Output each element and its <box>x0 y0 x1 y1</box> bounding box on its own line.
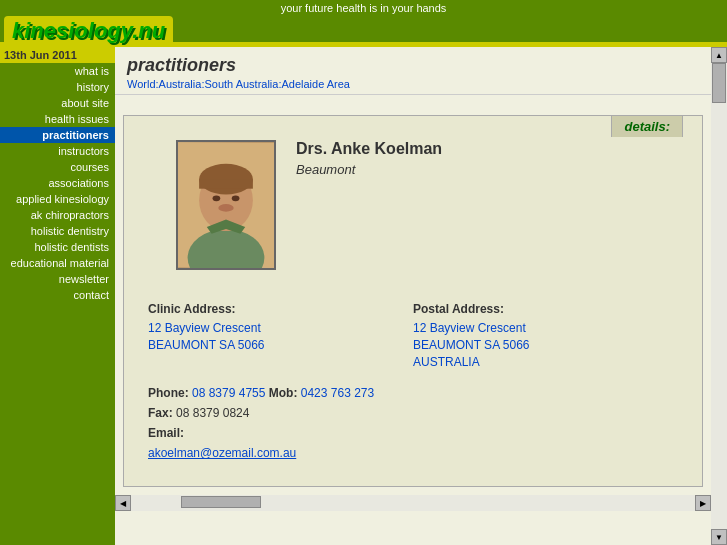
practitioner-section: Drs. Anke Koelman Beaumont <box>136 132 690 278</box>
sidebar-item-healthissues[interactable]: health issues <box>0 111 115 127</box>
sidebar-item-history[interactable]: history <box>0 79 115 95</box>
sidebar-item-whatis[interactable]: what is <box>0 63 115 79</box>
contact-section: Phone: 08 8379 4755 Mob: 0423 763 273 Fa… <box>136 378 690 474</box>
fax-number: 08 8379 0824 <box>176 406 249 420</box>
scroll-track <box>131 495 695 511</box>
phone-number: 08 8379 4755 <box>192 386 265 400</box>
phone-line: Phone: 08 8379 4755 Mob: 0423 763 273 <box>148 386 678 400</box>
practitioner-photo <box>176 140 276 270</box>
svg-rect-6 <box>199 179 253 189</box>
scroll-thumb-vertical[interactable] <box>712 63 726 103</box>
sidebar-item-holisticdentistry[interactable]: holistic dentistry <box>0 223 115 239</box>
page-title-section: practitioners World:Australia:South Aust… <box>115 47 711 95</box>
address-section: Clinic Address: 12 Bayview Crescent BEAU… <box>136 294 690 378</box>
horizontal-scrollbar: ◀ ▶ <box>115 495 711 511</box>
sidebar-item-practitioners[interactable]: practitioners <box>0 127 115 143</box>
sidebar-item-instructors[interactable]: instructors <box>0 143 115 159</box>
vertical-scrollbar: ▲ ▼ <box>711 47 727 545</box>
scroll-right-button[interactable]: ▶ <box>695 495 711 511</box>
email-label: Email: <box>148 426 184 440</box>
sidebar-item-contact[interactable]: contact <box>0 287 115 303</box>
postal-address-line2: BEAUMONT SA 5066 <box>413 337 678 354</box>
clinic-address-block: Clinic Address: 12 Bayview Crescent BEAU… <box>148 302 413 370</box>
email-address[interactable]: akoelman@ozemail.com.au <box>148 446 296 460</box>
practitioner-location: Beaumont <box>296 162 442 177</box>
practitioner-info: Drs. Anke Koelman Beaumont <box>296 140 442 177</box>
details-box: Drs. Anke Koelman Beaumont Clinic Addres… <box>123 115 703 487</box>
clinic-address-label: Clinic Address: <box>148 302 413 316</box>
details-container: details: <box>123 115 703 487</box>
tagline: your future health is in your hands <box>0 2 727 16</box>
postal-address-label: Postal Address: <box>413 302 678 316</box>
sidebar-item-educationalmaterial[interactable]: educational material <box>0 255 115 271</box>
fax-line: Fax: 08 8379 0824 <box>148 406 678 420</box>
clinic-address-line1: 12 Bayview Crescent <box>148 320 413 337</box>
email-address-line: akoelman@ozemail.com.au <box>148 446 678 460</box>
scroll-down-button[interactable]: ▼ <box>711 529 727 545</box>
mob-label: Mob: <box>269 386 301 400</box>
phone-label: Phone: <box>148 386 192 400</box>
postal-address-line1: 12 Bayview Crescent <box>413 320 678 337</box>
sidebar-item-appliedkinesiology[interactable]: applied kinesiology <box>0 191 115 207</box>
sidebar: 13th Jun 2011 what is history about site… <box>0 47 115 545</box>
practitioner-name: Drs. Anke Koelman <box>296 140 442 158</box>
postal-address-block: Postal Address: 12 Bayview Crescent BEAU… <box>413 302 678 370</box>
svg-point-7 <box>213 195 221 201</box>
sidebar-item-akchiropractors[interactable]: ak chiropractors <box>0 207 115 223</box>
postal-address-line3: AUSTRALIA <box>413 354 678 371</box>
email-line: Email: <box>148 426 678 440</box>
sidebar-item-associations[interactable]: associations <box>0 175 115 191</box>
clinic-address-line2: BEAUMONT SA 5066 <box>148 337 413 354</box>
scroll-left-button[interactable]: ◀ <box>115 495 131 511</box>
sidebar-item-courses[interactable]: courses <box>0 159 115 175</box>
scroll-thumb[interactable] <box>181 496 261 508</box>
scroll-track-vertical <box>711 63 727 529</box>
scroll-up-button[interactable]: ▲ <box>711 47 727 63</box>
main-container: 13th Jun 2011 what is history about site… <box>0 47 727 545</box>
date-bar: 13th Jun 2011 <box>0 47 115 63</box>
sidebar-item-aboutsite[interactable]: about site <box>0 95 115 111</box>
mob-number: 0423 763 273 <box>301 386 374 400</box>
svg-point-9 <box>218 204 233 212</box>
content-area: practitioners World:Australia:South Aust… <box>115 47 711 545</box>
details-tab: details: <box>611 115 683 137</box>
svg-point-8 <box>232 195 240 201</box>
page-title: practitioners <box>127 55 699 76</box>
logo-area: kinesiology.nu <box>4 16 173 47</box>
fax-label: Fax: <box>148 406 173 420</box>
logo: kinesiology.nu <box>12 18 165 43</box>
header: your future health is in your hands kine… <box>0 0 727 42</box>
breadcrumb: World:Australia:South Australia:Adelaide… <box>127 78 699 90</box>
sidebar-item-newsletter[interactable]: newsletter <box>0 271 115 287</box>
sidebar-item-holisticdentists[interactable]: holistic dentists <box>0 239 115 255</box>
